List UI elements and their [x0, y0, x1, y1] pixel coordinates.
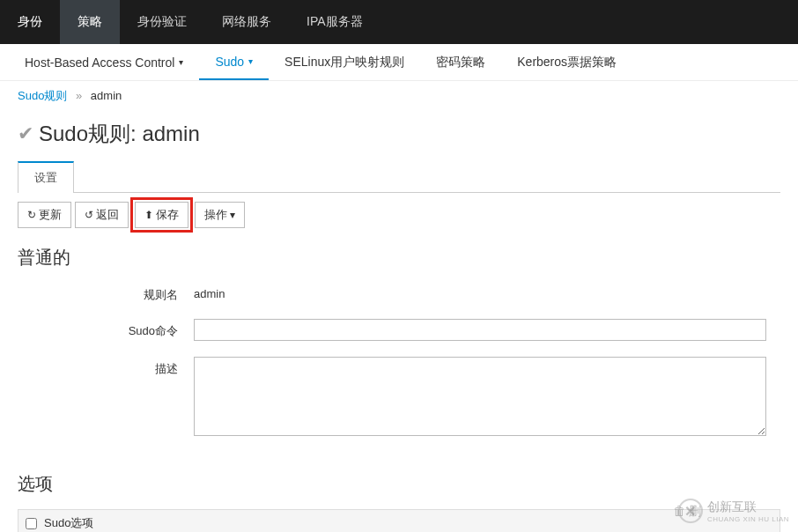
rule-name-value: admin: [194, 283, 780, 303]
refresh-label: 更新: [39, 207, 62, 223]
section-general: 普通的 规则名 admin Sudo命令 描述: [0, 237, 798, 463]
section-options-heading: 选项: [18, 472, 780, 496]
breadcrumb-current: admin: [91, 89, 122, 102]
description-input[interactable]: [194, 357, 766, 436]
chevron-down-icon: ▾: [230, 209, 235, 221]
page-title: Sudo规则: admin: [39, 120, 200, 148]
breadcrumb-separator: »: [76, 89, 82, 102]
nav-policy[interactable]: 策略: [60, 0, 120, 44]
nav-ipa-server[interactable]: IPA服务器: [289, 0, 381, 44]
subnav-selinux[interactable]: SELinux用户映射规则: [269, 44, 420, 80]
page-title-row: ✔ Sudo规则: admin: [0, 111, 798, 161]
tab-settings[interactable]: 设置: [18, 161, 74, 193]
actions-button[interactable]: 操作 ▾: [195, 202, 245, 228]
subnav-hbac[interactable]: Host-Based Access Control ▾: [9, 44, 199, 80]
subnav-sudo[interactable]: Sudo ▾: [199, 44, 269, 80]
refresh-icon: ↻: [27, 209, 36, 221]
subnav-hbac-label: Host-Based Access Control: [25, 55, 174, 70]
nav-network-services[interactable]: 网络服务: [204, 0, 289, 44]
sub-nav: Host-Based Access Control ▾ Sudo ▾ SELin…: [0, 44, 798, 81]
save-label: 保存: [156, 207, 179, 223]
watermark: ✕ 创新互联 CHUANG XIN HU LIAN: [678, 499, 789, 523]
field-rule-name: 规则名 admin: [18, 283, 780, 303]
field-description: 描述: [18, 357, 780, 439]
upload-icon: ⬆: [144, 209, 153, 221]
subnav-kerberos[interactable]: Kerberos票据策略: [501, 44, 632, 80]
chevron-down-icon: ▾: [179, 57, 183, 67]
check-icon: ✔: [18, 122, 33, 145]
watermark-logo: ✕: [678, 499, 703, 523]
sudo-cmd-input[interactable]: [194, 319, 766, 341]
options-table-header: Sudo选项: [18, 509, 780, 532]
top-nav: 身份 策略 身份验证 网络服务 IPA服务器: [0, 0, 798, 44]
section-general-heading: 普通的: [18, 246, 780, 270]
back-button[interactable]: ↺ 返回: [75, 202, 129, 228]
sudo-cmd-label: Sudo命令: [18, 319, 194, 341]
chevron-down-icon: ▾: [248, 56, 253, 66]
subnav-sudo-label: Sudo: [215, 55, 244, 69]
watermark-brand: 创新互联: [707, 499, 789, 515]
rule-name-label: 规则名: [18, 283, 194, 303]
back-label: 返回: [96, 207, 119, 223]
subnav-password-policy[interactable]: 密码策略: [420, 44, 501, 80]
description-label: 描述: [18, 357, 194, 439]
actions-label: 操作: [204, 207, 227, 223]
watermark-sub: CHUANG XIN HU LIAN: [707, 515, 789, 523]
page-title-prefix: Sudo规则:: [39, 122, 137, 145]
tab-bar: 设置: [18, 161, 780, 193]
nav-authentication[interactable]: 身份验证: [120, 0, 204, 44]
field-sudo-cmd: Sudo命令: [18, 319, 780, 341]
breadcrumb-root[interactable]: Sudo规则: [18, 89, 67, 102]
toolbar: ↻ 更新 ↺ 返回 ⬆ 保存 操作 ▾: [0, 193, 798, 237]
nav-identity[interactable]: 身份: [0, 0, 60, 44]
save-highlight: ⬆ 保存: [130, 197, 193, 233]
breadcrumb: Sudo规则 » admin: [0, 81, 798, 111]
undo-icon: ↺: [85, 209, 93, 221]
options-column-header: Sudo选项: [44, 515, 93, 531]
save-button[interactable]: ⬆ 保存: [135, 202, 188, 228]
select-all-checkbox[interactable]: [26, 518, 37, 529]
refresh-button[interactable]: ↻ 更新: [18, 202, 71, 228]
page-title-value: admin: [142, 122, 199, 145]
